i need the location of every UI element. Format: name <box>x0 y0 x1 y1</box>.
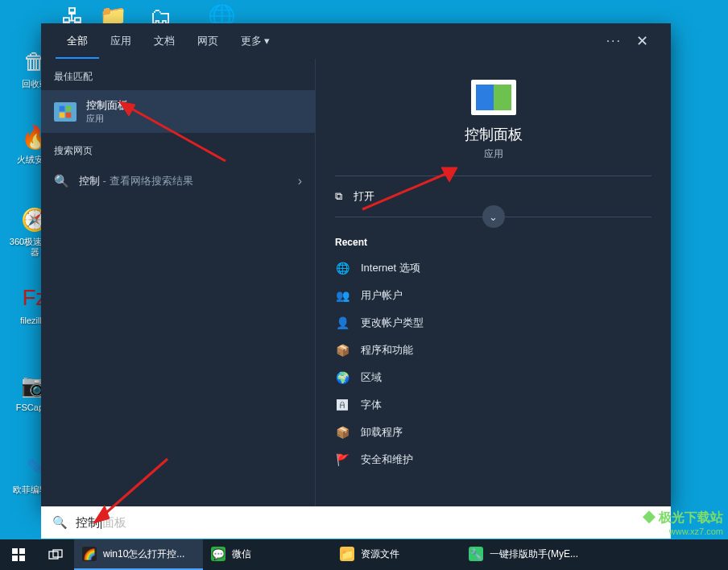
recent-label: 程序和功能 <box>361 343 413 357</box>
app-icon: 🔧 <box>469 547 483 561</box>
web-search-label: 搜索网页 <box>41 133 315 164</box>
recent-item[interactable]: 🌐Internet 选项 <box>335 254 651 282</box>
svg-rect-3 <box>66 112 72 118</box>
open-action[interactable]: ⧉ 打开 ⌄ <box>335 176 651 217</box>
recent-icon: 🌐 <box>335 261 350 275</box>
taskbar-app[interactable]: 💬微信 <box>203 539 332 570</box>
svg-rect-4 <box>12 548 18 554</box>
control-panel-large-icon <box>471 80 516 115</box>
tab-web[interactable]: 网页 <box>186 23 230 59</box>
recent-label: Internet 选项 <box>361 261 420 275</box>
search-icon: 🔍 <box>52 515 68 530</box>
recent-icon: 👤 <box>335 316 350 330</box>
task-view-button[interactable] <box>37 539 74 570</box>
app-label: 微信 <box>232 547 251 561</box>
svg-rect-6 <box>12 556 18 561</box>
windows-search-panel: 全部 应用 文档 网页 更多▾ ··· ✕ 最佳匹配 控制面板 应用 搜索网页 … <box>41 23 671 506</box>
svg-rect-2 <box>60 112 65 118</box>
recent-item[interactable]: 🅰字体 <box>335 391 651 419</box>
open-icon: ⧉ <box>335 190 342 203</box>
app-label: 一键排版助手(MyE... <box>490 547 578 561</box>
tab-docs[interactable]: 文档 <box>143 23 186 59</box>
web-search-result[interactable]: 🔍 控制 - 查看网络搜索结果 › <box>41 164 315 198</box>
recent-item[interactable]: 📦程序和功能 <box>335 337 651 364</box>
app-icon: 📁 <box>340 547 354 561</box>
detail-name: 控制面板 <box>335 125 651 144</box>
svg-rect-5 <box>19 548 25 554</box>
start-button[interactable] <box>0 539 37 570</box>
app-icon: 🌈 <box>82 547 97 561</box>
more-options-icon[interactable]: ··· <box>606 34 622 48</box>
recent-icon: 🚩 <box>335 452 350 467</box>
watermark: ◆ 极光下载站 www.xz7.com <box>643 510 723 536</box>
search-input[interactable]: 控制面板 <box>76 515 126 531</box>
search-detail-right: 控制面板 应用 ⧉ 打开 ⌄ Recent 🌐Internet 选项👥用户帐户👤… <box>315 59 671 506</box>
search-tabs: 全部 应用 文档 网页 更多▾ ··· ✕ <box>41 23 671 59</box>
taskbar-app[interactable]: 📁资源文件 <box>332 539 461 570</box>
svg-rect-0 <box>60 105 65 111</box>
tab-more[interactable]: 更多▾ <box>230 23 281 59</box>
app-icon: 💬 <box>211 547 225 561</box>
chevron-right-icon: › <box>298 174 302 188</box>
recent-label: 安全和维护 <box>361 452 413 467</box>
recent-icon: 📦 <box>335 343 350 357</box>
recent-icon: 🌍 <box>335 370 350 385</box>
expand-chevron-icon[interactable]: ⌄ <box>482 205 505 228</box>
recent-label: 卸载程序 <box>361 425 403 440</box>
control-panel-icon <box>54 102 77 122</box>
search-input-bar: 🔍 控制面板 <box>41 506 671 539</box>
svg-rect-1 <box>66 105 72 111</box>
search-results-left: 最佳匹配 控制面板 应用 搜索网页 🔍 控制 - 查看网络搜索结果 › <box>41 59 315 506</box>
recent-item[interactable]: 🚩安全和维护 <box>335 446 651 473</box>
recent-icon: 👥 <box>335 288 350 303</box>
taskbar-app[interactable]: 🔧一键排版助手(MyE... <box>461 539 589 570</box>
recent-label: 区域 <box>361 370 382 385</box>
result-sub: 应用 <box>86 113 128 125</box>
recent-label: 更改帐户类型 <box>361 316 424 330</box>
result-control-panel[interactable]: 控制面板 应用 <box>41 90 315 133</box>
recent-item[interactable]: 📦卸载程序 <box>335 419 651 446</box>
recent-item[interactable]: 🌍区域 <box>335 364 651 391</box>
app-label: win10怎么打开控... <box>103 547 184 561</box>
recent-item[interactable]: 👥用户帐户 <box>335 282 651 309</box>
best-match-label: 最佳匹配 <box>41 59 315 90</box>
recent-icon: 🅰 <box>335 398 350 412</box>
result-title: 控制面板 <box>86 98 128 113</box>
close-icon[interactable]: ✕ <box>628 27 656 55</box>
tab-apps[interactable]: 应用 <box>99 23 143 59</box>
app-label: 资源文件 <box>361 547 399 561</box>
tab-all[interactable]: 全部 <box>56 23 99 59</box>
chevron-down-icon: ▾ <box>264 23 270 59</box>
detail-sub: 应用 <box>335 147 651 161</box>
recent-label: 字体 <box>361 398 382 412</box>
taskbar: 🌈win10怎么打开控...💬微信📁资源文件🔧一键排版助手(MyE... <box>0 539 728 570</box>
recent-icon: 📦 <box>335 425 350 440</box>
recent-item[interactable]: 👤更改帐户类型 <box>335 309 651 337</box>
svg-rect-7 <box>19 556 25 561</box>
recent-label: 用户帐户 <box>361 288 403 303</box>
taskbar-app[interactable]: 🌈win10怎么打开控... <box>74 539 203 570</box>
search-icon: 🔍 <box>54 174 69 188</box>
